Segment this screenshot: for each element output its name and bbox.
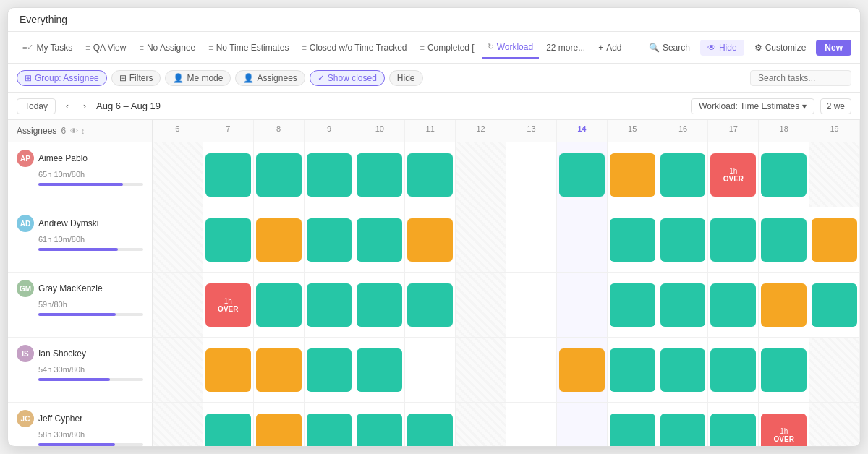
next-arrow[interactable]: ›	[79, 99, 90, 113]
day-cell[interactable]	[254, 207, 305, 272]
task-block[interactable]	[357, 414, 402, 447]
prev-arrow[interactable]: ‹	[61, 99, 73, 113]
task-block[interactable]	[610, 218, 655, 262]
toolbar-add[interactable]: + Add	[592, 37, 627, 59]
task-block[interactable]	[610, 414, 655, 447]
task-block[interactable]	[407, 218, 453, 262]
day-cell[interactable]	[305, 207, 355, 272]
customize-button[interactable]: ⚙ Customize	[747, 40, 814, 56]
day-cell[interactable]	[153, 273, 203, 337]
task-block[interactable]	[812, 283, 857, 327]
task-block[interactable]	[610, 153, 655, 197]
day-cell[interactable]	[354, 142, 405, 207]
task-block[interactable]	[761, 153, 807, 197]
day-cell[interactable]: 1hOVER	[203, 273, 254, 337]
toolbar-no-assignee[interactable]: ≡ No Assignee	[133, 37, 201, 59]
task-block[interactable]	[256, 153, 302, 197]
day-cell[interactable]	[658, 338, 709, 402]
task-block[interactable]: 1hOVER	[205, 283, 251, 327]
day-cell[interactable]	[203, 338, 254, 402]
day-cell[interactable]	[608, 273, 658, 337]
task-block[interactable]	[761, 218, 807, 262]
task-block[interactable]	[559, 348, 605, 392]
day-cell[interactable]	[153, 207, 203, 272]
task-block[interactable]	[307, 218, 352, 262]
task-block[interactable]	[357, 283, 402, 327]
task-block[interactable]	[205, 153, 251, 197]
toolbar-more[interactable]: 22 more...	[540, 37, 591, 59]
day-cell[interactable]	[608, 207, 658, 272]
day-cell[interactable]	[405, 338, 456, 402]
day-cell[interactable]	[608, 142, 658, 207]
task-block[interactable]	[205, 348, 251, 392]
day-cell[interactable]	[809, 273, 860, 337]
day-cell[interactable]	[153, 338, 203, 402]
day-cell[interactable]	[708, 403, 759, 446]
day-cell[interactable]	[405, 142, 456, 207]
task-block[interactable]: 1hOVER	[761, 414, 807, 447]
task-block[interactable]	[710, 283, 756, 327]
day-cell[interactable]	[506, 142, 557, 207]
day-cell[interactable]	[809, 403, 860, 446]
day-cell[interactable]	[759, 273, 809, 337]
new-button[interactable]: New	[816, 40, 851, 56]
day-cell[interactable]	[759, 142, 809, 207]
task-block[interactable]	[256, 218, 302, 262]
task-block[interactable]	[407, 414, 453, 447]
task-block[interactable]	[610, 283, 655, 327]
toolbar-closed[interactable]: ≡ Closed w/o Time Tracked	[296, 37, 412, 59]
day-cell[interactable]	[809, 142, 860, 207]
task-block[interactable]	[357, 218, 402, 262]
day-cell[interactable]	[456, 273, 506, 337]
day-cell[interactable]	[203, 142, 254, 207]
day-cell[interactable]	[354, 403, 405, 446]
day-cell[interactable]	[658, 142, 709, 207]
day-cell[interactable]	[708, 207, 759, 272]
task-block[interactable]	[660, 348, 706, 392]
task-block[interactable]	[761, 283, 807, 327]
task-block[interactable]	[660, 414, 706, 447]
task-block[interactable]	[357, 153, 402, 197]
task-block[interactable]	[710, 348, 756, 392]
day-cell[interactable]: 1hOVER	[759, 403, 809, 446]
day-cell[interactable]	[354, 338, 405, 402]
task-block[interactable]	[660, 218, 706, 262]
task-block[interactable]	[256, 348, 302, 392]
day-cell[interactable]	[254, 273, 305, 337]
day-cell[interactable]	[153, 142, 203, 207]
task-block[interactable]	[256, 414, 302, 447]
task-block[interactable]	[710, 218, 756, 262]
day-cell[interactable]	[708, 338, 759, 402]
today-button[interactable]: Today	[17, 98, 56, 114]
toolbar-no-time[interactable]: ≡ No Time Estimates	[203, 37, 294, 59]
task-block[interactable]	[357, 348, 402, 392]
assignees-chip[interactable]: 👤 Assignees	[235, 70, 305, 86]
task-block[interactable]	[407, 153, 453, 197]
day-cell[interactable]	[506, 403, 557, 446]
toolbar-workload[interactable]: ↻ Workload	[482, 37, 539, 59]
toolbar-completed[interactable]: ≡ Completed [	[414, 37, 480, 59]
day-cell[interactable]	[809, 338, 860, 402]
day-cell[interactable]	[658, 273, 709, 337]
day-cell[interactable]	[405, 403, 456, 446]
day-cell[interactable]	[254, 142, 305, 207]
hide-chip[interactable]: Hide	[389, 70, 423, 86]
day-cell[interactable]	[456, 207, 506, 272]
day-cell[interactable]	[305, 142, 355, 207]
day-cell[interactable]	[305, 338, 355, 402]
week-select[interactable]: 2 we	[820, 98, 851, 114]
task-block[interactable]	[660, 153, 706, 197]
hide-button[interactable]: 👁 Hide	[700, 40, 744, 56]
day-cell[interactable]	[456, 338, 506, 402]
task-block[interactable]	[660, 283, 706, 327]
day-cell[interactable]	[608, 338, 658, 402]
day-cell[interactable]: 1hOVER	[708, 142, 759, 207]
day-cell[interactable]	[809, 207, 860, 272]
day-cell[interactable]	[506, 273, 557, 337]
task-block[interactable]	[307, 153, 352, 197]
task-block[interactable]	[761, 348, 807, 392]
day-cell[interactable]	[153, 403, 203, 446]
day-cell[interactable]	[254, 403, 305, 446]
group-assignee-chip[interactable]: ⊞ Group: Assignee	[17, 70, 107, 86]
day-cell[interactable]	[305, 403, 355, 446]
